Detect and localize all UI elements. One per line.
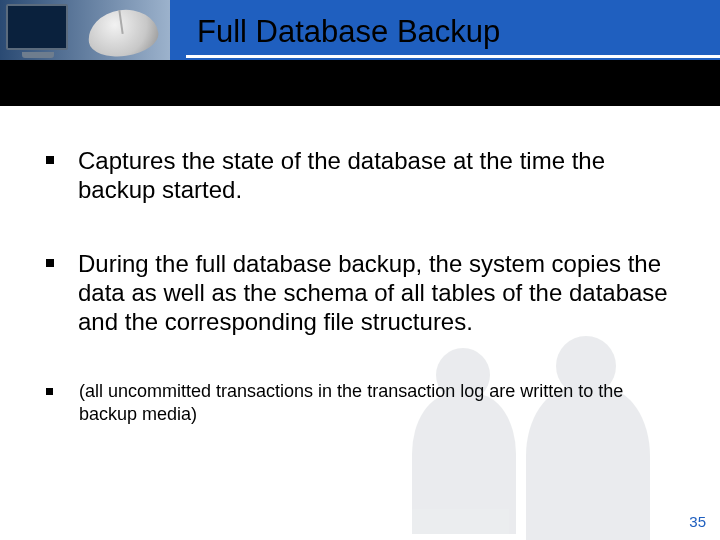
bullet-text: During the full database backup, the sys… [78,249,684,337]
monitor-icon [6,4,68,50]
bullet-item: Captures the state of the database at th… [46,146,684,205]
bullet-square-icon [46,259,54,267]
bullet-item: (all uncommitted transactions in the tra… [46,380,684,425]
bullet-square-icon [46,388,53,395]
bullet-item: During the full database backup, the sys… [46,249,684,337]
slide-header: Full Database Backup [0,0,720,106]
header-image [0,0,170,60]
header-divider [186,55,720,58]
page-number: 35 [689,513,706,530]
slide-title: Full Database Backup [197,14,500,50]
slide-content: Captures the state of the database at th… [46,146,684,425]
bullet-text: Captures the state of the database at th… [78,146,684,205]
bullet-text: (all uncommitted transactions in the tra… [79,380,684,425]
header-black-bar [0,60,720,106]
bullet-square-icon [46,156,54,164]
